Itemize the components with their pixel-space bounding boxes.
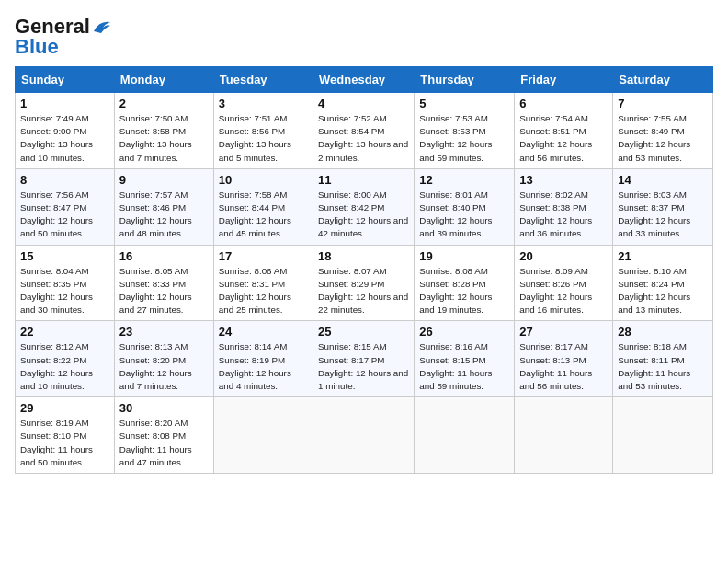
day-info: Sunrise: 7:57 AM Sunset: 8:46 PM Dayligh… xyxy=(119,189,209,241)
day-number: 27 xyxy=(519,325,608,339)
day-info: Sunrise: 8:18 AM Sunset: 8:11 PM Dayligh… xyxy=(618,340,708,393)
day-number: 4 xyxy=(318,97,409,110)
weekday-monday: Monday xyxy=(114,67,213,93)
day-info: Sunrise: 7:51 AM Sunset: 8:56 PM Dayligh… xyxy=(219,112,308,165)
day-number: 30 xyxy=(119,401,209,415)
calendar-cell: 2 Sunrise: 7:50 AM Sunset: 8:58 PM Dayli… xyxy=(114,93,213,169)
calendar-cell: 15 Sunrise: 8:04 AM Sunset: 8:35 PM Dayl… xyxy=(16,245,115,321)
day-info: Sunrise: 8:15 AM Sunset: 8:17 PM Dayligh… xyxy=(318,340,409,393)
day-info: Sunrise: 8:17 AM Sunset: 8:13 PM Dayligh… xyxy=(519,340,608,393)
calendar-table: SundayMondayTuesdayWednesdayThursdayFrid… xyxy=(15,66,713,474)
day-number: 20 xyxy=(519,249,608,263)
calendar-cell: 13 Sunrise: 8:02 AM Sunset: 8:38 PM Dayl… xyxy=(515,168,613,245)
day-info: Sunrise: 8:08 AM Sunset: 8:28 PM Dayligh… xyxy=(419,265,509,317)
day-number: 5 xyxy=(419,97,509,110)
calendar-cell xyxy=(415,397,515,474)
day-number: 14 xyxy=(618,173,708,187)
day-number: 15 xyxy=(20,249,109,263)
day-number: 23 xyxy=(119,325,209,339)
day-info: Sunrise: 8:07 AM Sunset: 8:29 PM Dayligh… xyxy=(318,265,409,317)
calendar-cell xyxy=(613,397,713,474)
calendar-cell: 25 Sunrise: 8:15 AM Sunset: 8:17 PM Dayl… xyxy=(313,321,415,397)
day-info: Sunrise: 8:03 AM Sunset: 8:37 PM Dayligh… xyxy=(618,189,708,241)
day-number: 22 xyxy=(20,325,109,339)
calendar-cell xyxy=(213,397,313,474)
day-number: 3 xyxy=(219,97,308,110)
day-number: 16 xyxy=(119,249,209,263)
calendar-cell: 4 Sunrise: 7:52 AM Sunset: 8:54 PM Dayli… xyxy=(313,93,415,169)
day-info: Sunrise: 8:13 AM Sunset: 8:20 PM Dayligh… xyxy=(119,340,209,393)
day-number: 9 xyxy=(119,173,209,187)
calendar-cell: 1 Sunrise: 7:49 AM Sunset: 9:00 PM Dayli… xyxy=(16,93,115,169)
day-info: Sunrise: 7:50 AM Sunset: 8:58 PM Dayligh… xyxy=(119,112,209,165)
calendar-cell: 30 Sunrise: 8:20 AM Sunset: 8:08 PM Dayl… xyxy=(114,397,213,474)
day-number: 24 xyxy=(219,325,308,339)
day-info: Sunrise: 8:14 AM Sunset: 8:19 PM Dayligh… xyxy=(219,340,308,393)
weekday-tuesday: Tuesday xyxy=(213,67,313,93)
day-info: Sunrise: 8:09 AM Sunset: 8:26 PM Dayligh… xyxy=(519,265,608,317)
calendar-cell: 26 Sunrise: 8:16 AM Sunset: 8:15 PM Dayl… xyxy=(415,321,515,397)
calendar-cell: 11 Sunrise: 8:00 AM Sunset: 8:42 PM Dayl… xyxy=(313,168,415,245)
day-number: 13 xyxy=(519,173,608,187)
calendar-cell: 10 Sunrise: 7:58 AM Sunset: 8:44 PM Dayl… xyxy=(213,168,313,245)
day-number: 18 xyxy=(318,249,409,263)
day-number: 21 xyxy=(618,249,708,263)
day-info: Sunrise: 7:56 AM Sunset: 8:47 PM Dayligh… xyxy=(20,189,109,241)
calendar-cell: 8 Sunrise: 7:56 AM Sunset: 8:47 PM Dayli… xyxy=(16,168,115,245)
weekday-friday: Friday xyxy=(515,67,613,93)
calendar-cell: 23 Sunrise: 8:13 AM Sunset: 8:20 PM Dayl… xyxy=(114,321,213,397)
calendar-cell: 28 Sunrise: 8:18 AM Sunset: 8:11 PM Dayl… xyxy=(613,321,713,397)
day-number: 26 xyxy=(419,325,509,339)
calendar-cell: 9 Sunrise: 7:57 AM Sunset: 8:46 PM Dayli… xyxy=(114,168,213,245)
calendar-cell: 17 Sunrise: 8:06 AM Sunset: 8:31 PM Dayl… xyxy=(213,245,313,321)
calendar-cell: 29 Sunrise: 8:19 AM Sunset: 8:10 PM Dayl… xyxy=(16,397,115,474)
calendar-cell: 19 Sunrise: 8:08 AM Sunset: 8:28 PM Dayl… xyxy=(415,245,515,321)
day-number: 2 xyxy=(119,97,209,110)
calendar-cell: 5 Sunrise: 7:53 AM Sunset: 8:53 PM Dayli… xyxy=(415,93,515,169)
day-number: 10 xyxy=(219,173,308,187)
day-info: Sunrise: 8:16 AM Sunset: 8:15 PM Dayligh… xyxy=(419,340,509,393)
day-info: Sunrise: 8:12 AM Sunset: 8:22 PM Dayligh… xyxy=(20,340,109,393)
day-info: Sunrise: 8:06 AM Sunset: 8:31 PM Dayligh… xyxy=(219,265,308,317)
day-number: 17 xyxy=(219,249,308,263)
day-info: Sunrise: 8:02 AM Sunset: 8:38 PM Dayligh… xyxy=(519,189,608,241)
calendar-cell: 18 Sunrise: 8:07 AM Sunset: 8:29 PM Dayl… xyxy=(313,245,415,321)
logo-bird-icon xyxy=(92,18,112,35)
calendar-cell: 24 Sunrise: 8:14 AM Sunset: 8:19 PM Dayl… xyxy=(213,321,313,397)
calendar-cell xyxy=(313,397,415,474)
day-number: 28 xyxy=(618,325,708,339)
calendar-cell: 16 Sunrise: 8:05 AM Sunset: 8:33 PM Dayl… xyxy=(114,245,213,321)
day-number: 29 xyxy=(20,401,109,415)
calendar-cell: 7 Sunrise: 7:55 AM Sunset: 8:49 PM Dayli… xyxy=(613,93,713,169)
header: General Blue xyxy=(15,15,713,59)
calendar-cell: 27 Sunrise: 8:17 AM Sunset: 8:13 PM Dayl… xyxy=(515,321,613,397)
day-number: 12 xyxy=(419,173,509,187)
day-info: Sunrise: 8:01 AM Sunset: 8:40 PM Dayligh… xyxy=(419,189,509,241)
calendar-cell: 12 Sunrise: 8:01 AM Sunset: 8:40 PM Dayl… xyxy=(415,168,515,245)
weekday-sunday: Sunday xyxy=(16,67,115,93)
weekday-thursday: Thursday xyxy=(415,67,515,93)
calendar-cell: 21 Sunrise: 8:10 AM Sunset: 8:24 PM Dayl… xyxy=(613,245,713,321)
day-number: 8 xyxy=(20,173,109,187)
day-number: 25 xyxy=(318,325,409,339)
day-number: 11 xyxy=(318,173,409,187)
day-info: Sunrise: 7:49 AM Sunset: 9:00 PM Dayligh… xyxy=(20,112,109,165)
day-info: Sunrise: 7:52 AM Sunset: 8:54 PM Dayligh… xyxy=(318,112,409,165)
day-info: Sunrise: 7:55 AM Sunset: 8:49 PM Dayligh… xyxy=(618,112,708,165)
day-number: 1 xyxy=(20,97,109,110)
day-info: Sunrise: 8:00 AM Sunset: 8:42 PM Dayligh… xyxy=(318,189,409,241)
weekday-wednesday: Wednesday xyxy=(313,67,415,93)
calendar-cell xyxy=(515,397,613,474)
day-info: Sunrise: 7:53 AM Sunset: 8:53 PM Dayligh… xyxy=(419,112,509,165)
day-info: Sunrise: 8:04 AM Sunset: 8:35 PM Dayligh… xyxy=(20,265,109,317)
calendar-cell: 22 Sunrise: 8:12 AM Sunset: 8:22 PM Dayl… xyxy=(16,321,115,397)
calendar-cell: 3 Sunrise: 7:51 AM Sunset: 8:56 PM Dayli… xyxy=(213,93,313,169)
calendar-cell: 14 Sunrise: 8:03 AM Sunset: 8:37 PM Dayl… xyxy=(613,168,713,245)
calendar-cell: 6 Sunrise: 7:54 AM Sunset: 8:51 PM Dayli… xyxy=(515,93,613,169)
day-info: Sunrise: 8:05 AM Sunset: 8:33 PM Dayligh… xyxy=(119,265,209,317)
day-number: 7 xyxy=(618,97,708,110)
day-info: Sunrise: 8:20 AM Sunset: 8:08 PM Dayligh… xyxy=(119,417,209,469)
calendar-cell: 20 Sunrise: 8:09 AM Sunset: 8:26 PM Dayl… xyxy=(515,245,613,321)
day-info: Sunrise: 8:10 AM Sunset: 8:24 PM Dayligh… xyxy=(618,265,708,317)
logo-blue: Blue xyxy=(15,35,59,59)
